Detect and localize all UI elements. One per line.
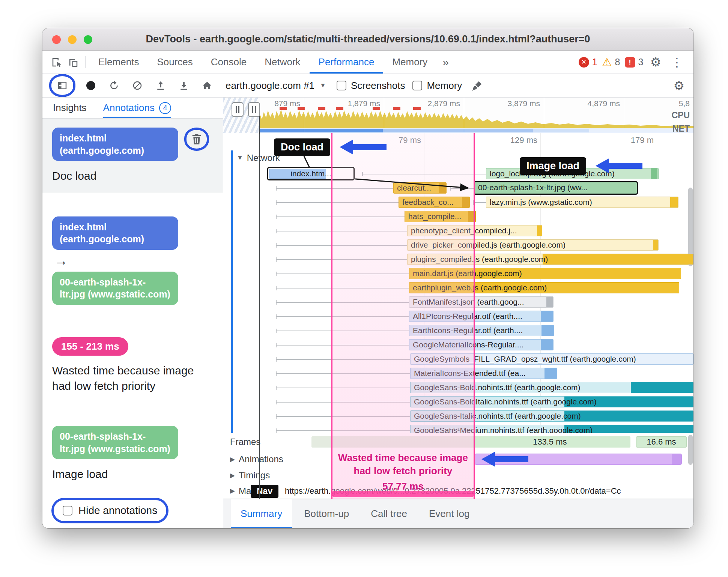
target-selector[interactable]: earth.google.com #1 ▼ [223, 80, 329, 92]
annotation-card-image-load[interactable]: 00-earth-splash-1x-ltr.jpg (www.gstatic.… [42, 417, 223, 491]
annotation-card-link[interactable]: index.html (earth.google.com) → 00-earth… [42, 207, 223, 314]
request-whisker [276, 359, 410, 360]
network-request[interactable]: GoogleSans-BoldItalic.nohints.ttf (earth… [410, 396, 693, 407]
warning-count: 8 [615, 57, 620, 68]
tab-summary[interactable]: Summary [231, 499, 292, 528]
expand-triangle-icon[interactable]: ▶ [230, 487, 235, 495]
zoom-button[interactable] [84, 35, 92, 44]
annotation-pill[interactable]: index.html (earth.google.com) [52, 216, 178, 250]
network-request[interactable]: GoogleSans-Medium.nohints.ttf (earth.goo… [410, 425, 693, 433]
network-request[interactable]: main.dart.js (earth.google.com) [409, 268, 681, 279]
tab-insights[interactable]: Insights [53, 98, 87, 118]
network-request[interactable]: drive_picker_compiled.js (earth.google.c… [407, 239, 659, 251]
expand-triangle-icon[interactable]: ▶ [230, 472, 235, 479]
network-request[interactable]: plugins_compiled.js (earth.google.com) [407, 254, 693, 265]
close-button[interactable] [52, 35, 61, 44]
annotation-range-pill[interactable]: 155 - 213 ms [52, 337, 128, 356]
screenshots-checkbox[interactable]: Screenshots [337, 80, 405, 92]
annotation-circle: Hide annotations [51, 498, 168, 523]
kebab-menu-icon[interactable]: ⋮ [668, 55, 686, 69]
network-request[interactable]: GoogleSymbols_FILL_GRAD_opsz_wght.ttf (e… [410, 353, 693, 365]
settings-gear-icon[interactable]: ⚙ [648, 56, 663, 68]
network-request[interactable]: index.htm... [267, 167, 355, 180]
request-label: earthplugin_web.js (earth.google.com) [409, 282, 679, 293]
annotation-card-doc-load[interactable]: index.html (earth.google.com) Doc load [42, 119, 223, 193]
hide-annotations-checkbox[interactable] [63, 506, 72, 515]
frames-label: Frames [230, 437, 260, 447]
request-label: main.dart.js (earth.google.com) [409, 268, 681, 279]
net-lane-label: NET [672, 124, 690, 133]
warning-icon: ⚠ [602, 57, 612, 68]
reload-and-record-button[interactable] [106, 78, 122, 93]
more-tabs-icon[interactable]: » [436, 51, 455, 74]
toggle-sidebar-icon[interactable] [54, 78, 70, 93]
frame-bar[interactable]: 16.6 ms [636, 436, 687, 448]
annotation-pill[interactable]: 00-earth-splash-1x-ltr.jpg (www.gstatic.… [52, 426, 178, 459]
request-whisker [473, 202, 486, 203]
timings-track[interactable]: ▶ Timings [223, 468, 693, 483]
network-request[interactable]: GoogleSans-Bold.nohints.ttf (earth.googl… [410, 382, 693, 393]
tab-elements[interactable]: Elements [89, 51, 148, 74]
network-request[interactable]: lazy.min.js (www.gstatic.com) [486, 197, 678, 208]
tab-sources[interactable]: Sources [148, 51, 202, 74]
performance-panel: Insights Annotations 4 index.html (earth… [42, 98, 693, 528]
overview-gridline [464, 98, 464, 133]
issues-badge[interactable]: ! 3 [625, 57, 644, 68]
network-request[interactable]: clearcut... [393, 182, 447, 194]
annotation-card-wasted-time[interactable]: 155 - 213 ms Wasted time because image h… [42, 328, 223, 403]
capture-settings-gear-icon[interactable]: ⚙ [671, 80, 687, 92]
memory-checkbox[interactable]: Memory [412, 80, 462, 92]
tracks-scrollbar-thumb[interactable] [688, 435, 693, 465]
request-whisker [276, 302, 409, 303]
download-profile-icon[interactable] [176, 78, 192, 93]
network-request[interactable]: feedback_co... [399, 197, 470, 208]
request-whisker [362, 174, 486, 174]
inspect-element-icon[interactable] [48, 54, 65, 71]
animations-label: Animations [239, 454, 283, 464]
network-request[interactable]: hats_compile... [405, 211, 476, 222]
timeline-overview[interactable]: CPU NET 879 ms1,879 ms2,879 ms3,879 ms4,… [223, 98, 693, 133]
request-whisker [276, 273, 409, 274]
tab-memory[interactable]: Memory [383, 51, 436, 74]
network-request[interactable]: phenotype_client_compiled.j... [407, 225, 542, 236]
expand-triangle-icon[interactable]: ▶ [230, 455, 235, 463]
gc-brush-icon[interactable] [469, 78, 485, 93]
network-waterfall[interactable]: ▼ Network index.htm...logo_lockup.svg (e… [223, 133, 693, 433]
record-button[interactable] [83, 78, 99, 93]
network-request[interactable]: EarthIcons-Regular.otf (earth.... [409, 325, 554, 336]
frame-bar[interactable]: 133.5 ms [311, 436, 630, 448]
device-toolbar-icon[interactable] [65, 54, 81, 71]
minimize-button[interactable] [68, 35, 77, 44]
upload-profile-icon[interactable] [153, 78, 168, 93]
tab-annotations[interactable]: Annotations 4 [103, 98, 171, 118]
tab-performance[interactable]: Performance [310, 51, 384, 74]
main-thread-track[interactable]: ▶ Ma... Nav https://earth.google.com/web… [223, 483, 693, 499]
animation-bar[interactable] [475, 454, 682, 465]
annotations-count-badge: 4 [159, 102, 171, 114]
clear-recording-icon[interactable] [129, 78, 145, 93]
network-request[interactable]: GoogleSans-Italic.nohints.ttf (earth.goo… [410, 410, 693, 422]
trash-icon[interactable] [191, 133, 202, 146]
home-icon[interactable] [199, 78, 215, 93]
overview-window-handle-left[interactable] [232, 102, 244, 117]
network-request[interactable]: GoogleMaterialIcons-Regular.... [409, 339, 554, 350]
error-badge[interactable]: ✕ 1 [579, 57, 597, 68]
tab-network[interactable]: Network [256, 51, 309, 74]
network-request[interactable]: earthplugin_web.js (earth.google.com) [409, 282, 679, 293]
tab-event-log[interactable]: Event log [419, 499, 479, 528]
network-request[interactable]: FontManifest.json (earth.goog... [409, 296, 554, 308]
animations-track[interactable]: ▶ Animations [223, 451, 693, 468]
network-request[interactable]: All1PIcons-Regular.otf (earth.... [409, 311, 554, 322]
network-request[interactable]: logo_lockup.svg (earth.google.com) [486, 168, 659, 179]
annotation-pill[interactable]: index.html (earth.google.com) [52, 128, 178, 161]
tab-call-tree[interactable]: Call tree [361, 499, 417, 528]
issue-count: 3 [638, 57, 644, 68]
network-request[interactable]: 00-earth-splash-1x-ltr.jpg (ww... [474, 181, 638, 195]
annotation-list: index.html (earth.google.com) Doc load i… [42, 119, 223, 528]
annotation-pill[interactable]: 00-earth-splash-1x-ltr.jpg (www.gstatic.… [52, 272, 178, 305]
warning-badge[interactable]: ⚠ 8 [602, 57, 620, 68]
frames-track[interactable]: Frames 133.5 ms 16.6 ms [223, 433, 693, 451]
tab-console[interactable]: Console [202, 51, 256, 74]
network-request[interactable]: MaterialIcons-Extended.ttf (ea... [410, 368, 557, 379]
tab-bottom-up[interactable]: Bottom-up [294, 499, 359, 528]
